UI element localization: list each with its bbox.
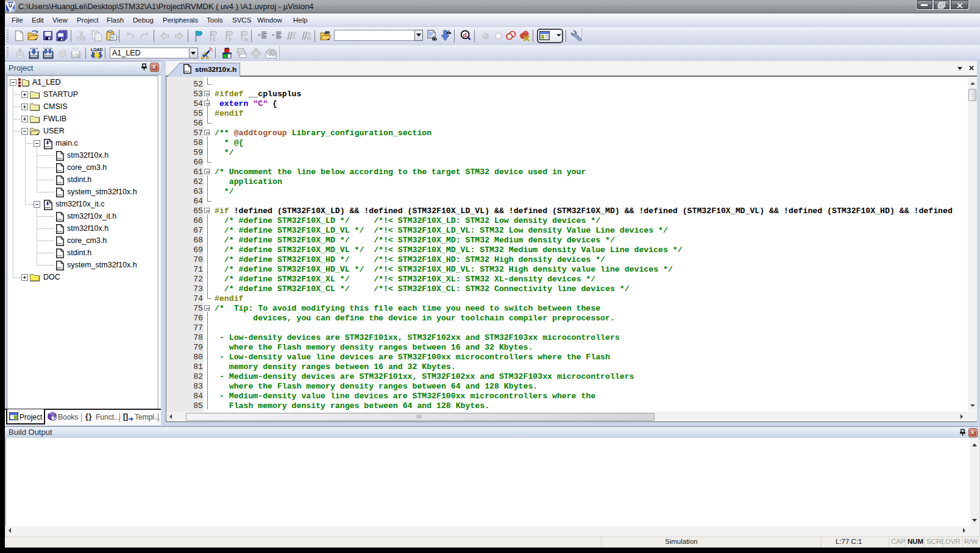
svg-text:d: d — [463, 31, 466, 38]
svg-text:?: ? — [52, 415, 56, 421]
